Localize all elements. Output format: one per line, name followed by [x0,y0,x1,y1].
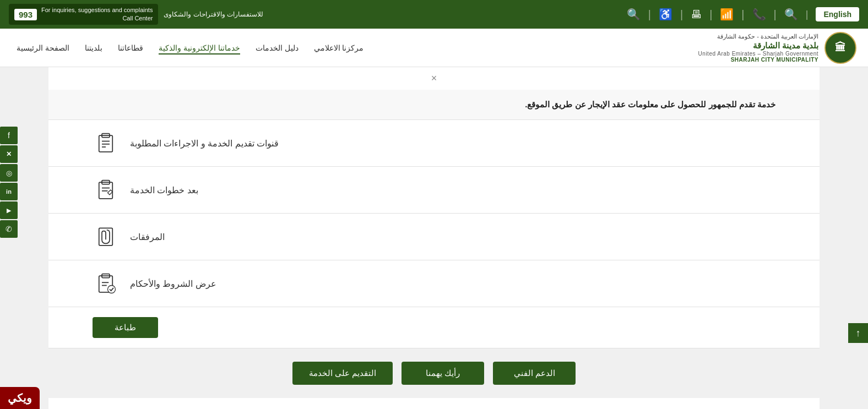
nav-link-municipality[interactable]: بلديتنا [85,43,102,52]
divider: | [806,9,809,20]
linkedin-icon[interactable]: in [0,183,18,200]
logo-image: 🏛 [824,31,857,64]
zoom-icon[interactable]: 🔍 [627,8,641,21]
nav-link-home[interactable]: الصفحة الرئيسية [17,43,69,52]
logo-english-main: SHARJAH CITY MUNICIPALITY [731,57,818,63]
social-sidebar: f ✕ ◎ in ▶ ✆ [0,127,18,238]
accessibility-icon[interactable]: ♿ [659,8,672,21]
nav-menu: مركزنا الاعلامي دليل الخدمات خدماتنا الإ… [17,43,364,53]
nav-link-services-guide[interactable]: دليل الخدمات [256,43,299,52]
header: 🏛 الإمارات العربية المتحدة - حكومة الشار… [0,29,868,67]
logo-arabic-main: بلدية مدينة الشارقة [753,41,818,51]
top-bar-right: للاستفسارات والاقتراحات والشكاوى For inq… [9,4,263,25]
logo-arabic-line1: الإمارات العربية المتحدة - حكومة الشارقة [717,32,818,40]
nav-item-home[interactable]: الصفحة الرئيسية [17,43,69,53]
logo-text: الإمارات العربية المتحدة - حكومة الشارقة… [698,32,818,62]
service-row-terms[interactable]: عرض الشروط والأحكام [48,260,820,307]
nav-item-sectors[interactable]: قطاعاتنا [118,43,143,53]
service-row-attachments-label: المرفقات [130,232,165,242]
facebook-icon[interactable]: f [0,127,18,144]
svg-point-14 [108,286,116,293]
service-description: خدمة تقدم للجمهور للحصول على معلومات عقد… [48,90,820,120]
main-content: × خدمة تقدم للجمهور للحصول على معلومات ع… [48,67,820,409]
svg-text:🏛: 🏛 [835,41,846,53]
paperclip-icon [93,223,119,250]
clipboard-icon [93,130,119,156]
call-center-label: Call Center [41,14,153,23]
nav-link-media[interactable]: مركزنا الاعلامي [314,43,364,52]
whatsapp-icon[interactable]: ✆ [0,220,18,238]
service-row-steps-label: بعد خطوات الخدمة [130,185,198,195]
nav-link-sectors[interactable]: قطاعاتنا [118,43,143,52]
divider4: | [709,8,712,21]
divider6: | [648,8,651,21]
twitter-x-icon[interactable]: ✕ [0,145,18,163]
divider2: | [774,8,777,21]
call-center-arabic: للاستفسارات والاقتراحات والشكاوى [164,10,263,18]
divider3: | [741,8,744,21]
service-rows: قنوات تقديم الخدمة و الاجراءات المطلوبة … [48,120,820,307]
print-button[interactable]: طباعة [93,317,158,338]
top-bar-icons: 🔍 | 📞 | 📶 | 🖶 | ♿ | 🔍 [627,8,798,21]
nav-item-services-guide[interactable]: دليل الخدمات [256,43,299,53]
logo-area: 🏛 الإمارات العربية المتحدة - حكومة الشار… [698,31,857,64]
nav-item-eservices[interactable]: خدماتنا الإلكترونية والذكية [159,43,240,53]
service-row-steps[interactable]: بعد خطوات الخدمة [48,167,820,214]
call-center-box: For inquiries, suggestions and complaint… [9,4,158,25]
close-button[interactable]: × [48,67,820,90]
monitor-icon[interactable]: 🖶 [691,8,702,21]
support-button[interactable]: الدعم الفني [493,362,576,385]
service-row-attachments[interactable]: المرفقات [48,214,820,260]
divider5: | [680,8,683,21]
search-icon[interactable]: 🔍 [784,8,798,21]
action-buttons: التقديم على الخدمة رأيك يهمنا الدعم الفن… [48,348,820,398]
instagram-icon[interactable]: ◎ [0,164,18,182]
nav-item-municipality[interactable]: بلديتنا [85,43,102,53]
wiki-badge[interactable]: ويكي [0,387,40,409]
service-row-channels-label: قنوات تقديم الخدمة و الاجراءات المطلوبة [130,138,279,149]
clipboard-edit-icon [93,177,119,203]
apply-button[interactable]: التقديم على الخدمة [292,362,393,385]
youtube-icon[interactable]: ▶ [0,201,18,219]
nav-link-eservices[interactable]: خدماتنا الإلكترونية والذكية [159,43,240,54]
english-button[interactable]: English [816,7,859,21]
print-section: طباعة [48,307,820,348]
service-row-channels[interactable]: قنوات تقديم الخدمة و الاجراءات المطلوبة [48,120,820,167]
opinion-button[interactable]: رأيك يهمنا [402,362,484,385]
nav-item-media[interactable]: مركزنا الاعلامي [314,43,364,53]
service-row-terms-label: عرض الشروط والأحكام [130,279,216,289]
scroll-top-button[interactable]: ↑ [848,323,868,343]
phone-icon[interactable]: 📞 [752,8,766,21]
main-nav: مركزنا الاعلامي دليل الخدمات خدماتنا الإ… [17,43,364,53]
top-bar: English | 🔍 | 📞 | 📶 | 🖶 | ♿ | 🔍 للاستفسا… [0,0,868,29]
top-bar-left: English | 🔍 | 📞 | 📶 | 🖶 | ♿ | 🔍 [627,7,859,21]
logo-english-sub: United Arab Emirates – Sharjah Governmen… [698,51,818,57]
call-center-english-text: For inquiries, suggestions and complaint… [41,6,153,14]
network-icon[interactable]: 📶 [720,8,734,21]
clipboard-check-icon [93,270,119,297]
call-center-number: 993 [14,9,37,20]
